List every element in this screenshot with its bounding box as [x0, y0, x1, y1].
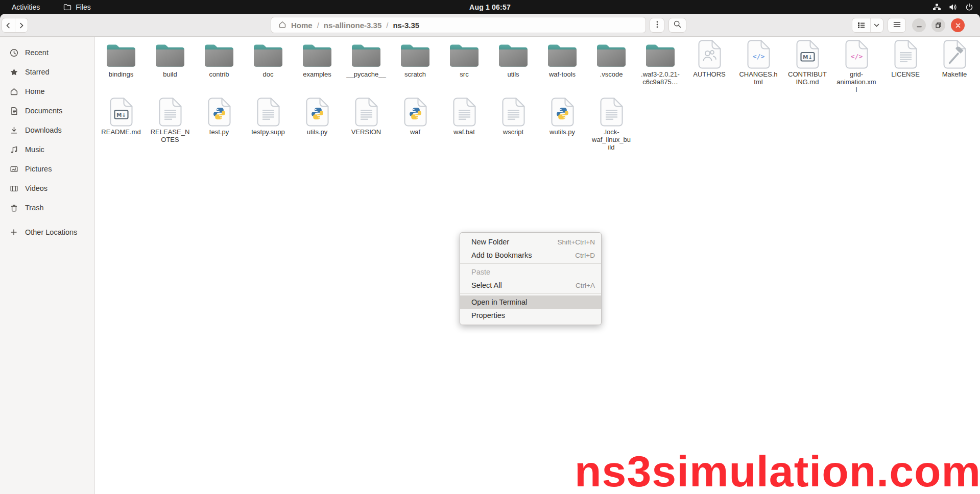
folder-icon	[399, 39, 431, 69]
file-item-waf-bat[interactable]: waf.bat	[440, 97, 489, 151]
network-icon[interactable]	[933, 3, 941, 11]
restore-button[interactable]	[931, 18, 945, 32]
activities-button[interactable]: Activities	[12, 3, 40, 11]
folder-item-build[interactable]: build	[146, 39, 195, 97]
folder-item-bindings[interactable]: bindings	[97, 39, 146, 97]
file-item-waf[interactable]: waf	[391, 97, 440, 151]
file-item-test-py[interactable]: test.py	[195, 97, 244, 151]
folder-item-waf3-2-0-21-c6c9a875[interactable]: .waf3-2.0.21-c6c9a875…	[636, 39, 685, 97]
folder-item-pycache[interactable]: __pycache__	[342, 39, 391, 97]
svg-text:</>: </>	[850, 53, 863, 60]
menu-item-add-to-bookmarks[interactable]: Add to BookmarksCtrl+D	[460, 249, 601, 262]
focused-app-menu[interactable]: Files	[63, 3, 91, 11]
folder-icon	[105, 39, 137, 69]
sidebar-item-label: Pictures	[25, 165, 52, 173]
file-item-utils-py[interactable]: utils.py	[293, 97, 342, 151]
list-view-button[interactable]	[852, 18, 870, 32]
breadcrumb-segment-ns-allinone-3-35[interactable]: ns-allinone-3.35	[324, 21, 381, 30]
file-item-testpy-supp[interactable]: testpy.supp	[244, 97, 293, 151]
file-label: README.md	[101, 128, 140, 136]
folder-icon	[154, 39, 186, 69]
sidebar-item-label: Starred	[25, 68, 50, 76]
file-label: waf.bat	[453, 128, 475, 136]
file-label: doc	[263, 70, 274, 78]
folder-item-utils[interactable]: utils	[489, 39, 538, 97]
power-icon[interactable]	[965, 3, 973, 11]
menu-separator	[460, 293, 601, 294]
file-item-authors[interactable]: AUTHORS	[685, 39, 734, 97]
sidebar-item-pictures[interactable]: Pictures	[3, 159, 92, 179]
menu-item-open-in-terminal[interactable]: Open in Terminal	[460, 295, 601, 309]
file-label: wscript	[503, 128, 523, 136]
breadcrumb-segment-home[interactable]: Home	[291, 21, 313, 30]
folder-icon	[497, 39, 529, 69]
breadcrumb[interactable]: Home/ns-allinone-3.35/ns-3.35	[271, 17, 646, 33]
file-item-grid-animation-xml[interactable]: </>grid-animation.xml	[832, 39, 881, 97]
sidebar-item-starred[interactable]: Starred	[3, 62, 92, 82]
view-options-button[interactable]	[871, 18, 883, 32]
folder-item-scratch[interactable]: scratch	[391, 39, 440, 97]
file-label: build	[163, 70, 177, 78]
file-item-contributing-md[interactable]: M↓CONTRIBUTING.md	[783, 39, 832, 97]
sidebar-item-home[interactable]: Home	[3, 82, 92, 101]
nav-button-group	[2, 18, 28, 33]
breadcrumb-segment-ns-3-35[interactable]: ns-3.35	[393, 21, 419, 30]
sidebar-item-downloads[interactable]: Downloads	[3, 120, 92, 140]
sidebar-item-recent[interactable]: Recent	[3, 43, 92, 62]
menu-item-accelerator: Ctrl+A	[576, 282, 595, 289]
folder-item-doc[interactable]: doc	[244, 39, 293, 97]
folder-item-examples[interactable]: examples	[293, 39, 342, 97]
menu-item-new-folder[interactable]: New FolderShift+Ctrl+N	[460, 235, 601, 249]
clock[interactable]: Aug 1 06:57	[469, 3, 511, 11]
sidebar-item-videos[interactable]: Videos	[3, 179, 92, 198]
breadcrumb-separator: /	[386, 21, 388, 30]
menu-item-accelerator: Ctrl+D	[575, 252, 595, 259]
forward-button[interactable]	[15, 18, 28, 32]
app-menu-button[interactable]	[888, 18, 906, 33]
folder-item-contrib[interactable]: contrib	[195, 39, 244, 97]
menu-item-label: Properties	[471, 311, 505, 319]
python-file-icon	[551, 97, 574, 127]
file-label: LICENSE	[891, 70, 920, 78]
path-options-button[interactable]	[650, 18, 664, 33]
menu-separator	[460, 263, 601, 264]
sidebar-item-label: Trash	[25, 204, 44, 212]
folder-item-src[interactable]: src	[440, 39, 489, 97]
menu-item-label: New Folder	[471, 238, 509, 246]
top-bar: Activities Files Aug 1 06:57	[0, 0, 980, 14]
documents-icon	[9, 107, 18, 115]
sidebar-item-other-locations[interactable]: Other Locations	[3, 223, 92, 242]
file-item-wutils-py[interactable]: wutils.py	[538, 97, 587, 151]
folder-item-waf-tools[interactable]: waf-tools	[538, 39, 587, 97]
sidebar-item-label: Documents	[25, 107, 62, 115]
menu-item-label: Paste	[471, 268, 490, 276]
python-file-icon	[208, 97, 231, 127]
menu-item-label: Select All	[471, 281, 502, 289]
file-item-version[interactable]: VERSION	[342, 97, 391, 151]
sidebar-item-trash[interactable]: Trash	[3, 198, 92, 217]
search-button[interactable]	[668, 18, 686, 33]
file-label: waf-tools	[549, 70, 576, 78]
file-item-license[interactable]: LICENSE	[881, 39, 930, 97]
volume-icon[interactable]	[949, 3, 958, 11]
file-item-wscript[interactable]: wscript	[489, 97, 538, 151]
menu-item-select-all[interactable]: Select AllCtrl+A	[460, 279, 601, 292]
sidebar-item-documents[interactable]: Documents	[3, 101, 92, 120]
text-file-icon	[355, 97, 378, 127]
downloads-icon	[9, 126, 18, 135]
back-button[interactable]	[2, 18, 15, 32]
close-button[interactable]	[951, 18, 965, 32]
menu-item-properties[interactable]: Properties	[460, 309, 601, 322]
file-item-release-notes[interactable]: RELEASE_NOTES	[146, 97, 195, 151]
file-item-readme-md[interactable]: M↓README.md	[97, 97, 146, 151]
file-item-makefile[interactable]: Makefile	[930, 39, 979, 97]
home-icon	[9, 87, 18, 96]
plus-icon	[9, 228, 18, 236]
markdown-file-icon: M↓	[110, 97, 133, 127]
file-item-lock-waf-linux-build[interactable]: .lock-waf_linux_build	[587, 97, 636, 151]
sidebar-item-music[interactable]: Music	[3, 140, 92, 159]
minimize-button[interactable]	[912, 18, 926, 32]
folder-item-vscode[interactable]: .vscode	[587, 39, 636, 97]
file-item-changes-html[interactable]: </>CHANGES.html	[734, 39, 783, 97]
file-label: examples	[303, 70, 331, 78]
